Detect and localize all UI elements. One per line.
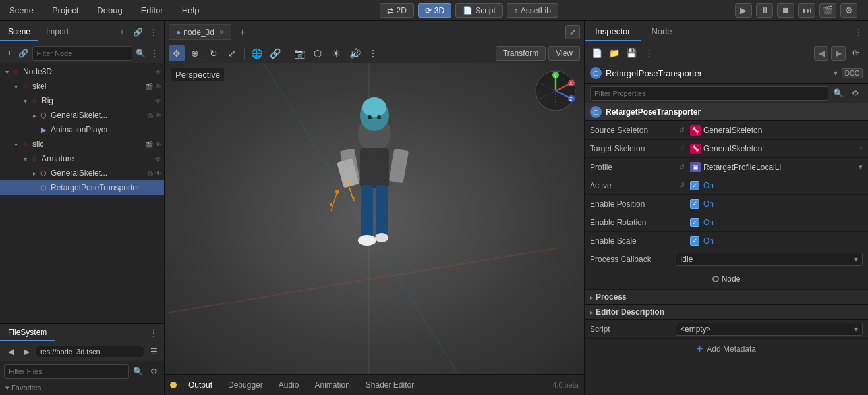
enable-scale-mark[interactable]: ✓ <box>690 236 699 246</box>
target-skeleton-action[interactable]: ↑ <box>859 145 863 153</box>
section-process[interactable]: ▸ Process <box>585 290 868 305</box>
tree-item-rig[interactable]: ▾ ○ Rig 👁 <box>0 93 164 108</box>
enable-rotation-mark[interactable]: ✓ <box>690 218 699 227</box>
active-checkbox-mark[interactable]: ✓ <box>690 181 699 190</box>
tab-scene[interactable]: Scene <box>0 23 38 41</box>
pause-button[interactable]: ⏸ <box>756 3 773 18</box>
prop-reset-profile[interactable]: ↺ <box>676 161 687 173</box>
add-node-button[interactable]: + <box>115 26 129 39</box>
profile-dropdown-arrow[interactable]: ▾ <box>859 163 863 171</box>
prop-reset-active[interactable]: ↺ <box>676 180 687 192</box>
filter-node-input[interactable] <box>32 46 132 61</box>
tab-node[interactable]: Node <box>641 22 682 41</box>
inspector-nav-prev[interactable]: ◀ <box>814 46 828 61</box>
add-viewport-tab-button[interactable]: + <box>235 25 250 40</box>
wireframe-button[interactable]: ⬡ <box>310 45 326 61</box>
inspector-menu-button[interactable]: ⋮ <box>855 28 863 37</box>
process-callback-dropdown[interactable]: Idle ▾ <box>676 253 863 266</box>
file-path-input[interactable] <box>36 346 144 357</box>
lighting-button[interactable]: ☀ <box>328 45 344 61</box>
inspector-history-button[interactable]: ⟳ <box>848 46 863 61</box>
inspector-save-icon[interactable]: 💾 <box>624 46 639 61</box>
mode-script-button[interactable]: 📄 Script <box>455 3 503 18</box>
filter-files-input[interactable] <box>4 364 129 379</box>
enable-position-checkbox[interactable]: ✓ On <box>690 199 714 209</box>
rotate-tool-button[interactable]: ↻ <box>206 45 221 61</box>
nav-back-button[interactable]: ◀ <box>4 345 17 358</box>
tree-item-skel[interactable]: ▾ ○ skel 🎬 👁 <box>0 79 164 93</box>
filter-config-icon[interactable]: ⚙ <box>848 86 863 101</box>
link-button[interactable]: 🔗 <box>131 26 144 39</box>
more-options-button[interactable]: ⋮ <box>365 45 381 61</box>
source-skeleton-action[interactable]: ↑ <box>859 126 863 134</box>
tab-inspector[interactable]: Inspector <box>585 22 641 41</box>
add-metadata-button[interactable]: + Add Metadata <box>585 339 868 359</box>
viewport-3d[interactable]: Perspective Y X <box>165 63 584 374</box>
menu-debug[interactable]: Debug <box>93 3 126 18</box>
move-tool-button[interactable]: ⊕ <box>187 45 203 61</box>
tab-audio[interactable]: Audio <box>272 378 306 392</box>
tree-item-armature[interactable]: ▾ ○ Armature 👁 <box>0 151 164 166</box>
audio-icon-button[interactable]: 🔊 <box>347 45 362 61</box>
mode-assetlib-button[interactable]: ↑ AssetLib <box>507 3 558 18</box>
inspector-options-icon[interactable]: ⋮ <box>641 46 656 61</box>
local-space-button[interactable]: 🌐 <box>248 45 264 61</box>
tree-item-genskel2[interactable]: ▸ ⬡ GeneralSkelet... % 👁 <box>0 166 164 180</box>
tab-animation[interactable]: Animation <box>308 378 356 392</box>
section-editor-desc[interactable]: ▸ Editor Description <box>585 305 868 320</box>
settings-button[interactable]: ⚙ <box>840 3 857 18</box>
maximize-viewport-button[interactable]: ⤢ <box>565 25 580 40</box>
filter-search-icon[interactable]: 🔍 <box>831 86 846 101</box>
movie-button[interactable]: 🎬 <box>819 3 836 18</box>
inspector-folder-icon[interactable]: 📁 <box>607 46 622 61</box>
active-checkbox[interactable]: ✓ On <box>690 181 714 190</box>
tab-output[interactable]: Output <box>182 378 219 392</box>
menu-editor[interactable]: Editor <box>137 3 167 18</box>
tree-item-genskel1[interactable]: ▸ ⬡ GeneralSkelet... % 👁 <box>0 108 164 122</box>
component-expand-button[interactable]: ▾ <box>834 68 838 78</box>
enable-position-mark[interactable]: ✓ <box>690 199 699 209</box>
camera-button[interactable]: 📷 <box>291 45 307 61</box>
filter-properties-input[interactable] <box>590 86 828 101</box>
nav-forward-button[interactable]: ▶ <box>20 345 33 358</box>
stop-button[interactable]: ⏹ <box>777 3 794 18</box>
menu-scene[interactable]: Scene <box>5 3 38 18</box>
transform-button[interactable]: Transform <box>496 46 546 61</box>
script-dropdown[interactable]: <empty> ▾ <box>676 323 863 336</box>
tab-filesystem[interactable]: FileSystem <box>0 325 55 341</box>
filter-options-button[interactable]: ⋮ <box>149 47 160 60</box>
scene-menu-button[interactable]: ⋮ <box>147 26 160 39</box>
snap-button[interactable]: 🔗 <box>267 45 283 61</box>
node-button[interactable]: Node <box>705 272 749 286</box>
filter-files-search-icon[interactable]: 🔍 <box>131 365 144 378</box>
mode-3d-button[interactable]: ⟳ 3D <box>418 3 451 18</box>
tab-debugger[interactable]: Debugger <box>221 378 270 392</box>
instance-button[interactable]: 🔗 <box>18 47 29 60</box>
menu-help[interactable]: Help <box>178 3 204 18</box>
add-node-small-button[interactable]: + <box>4 47 15 60</box>
tab-shader-editor[interactable]: Shader Editor <box>359 378 420 392</box>
prop-reset-source-skeleton[interactable]: ↺ <box>676 124 687 136</box>
menu-project[interactable]: Project <box>48 3 82 18</box>
close-tab-button[interactable]: × <box>219 28 224 37</box>
inspector-file-icon[interactable]: 📄 <box>590 46 604 61</box>
file-list-button[interactable]: ☰ <box>147 345 160 358</box>
mode-2d-button[interactable]: ⇄ 2D <box>380 3 413 18</box>
select-tool-button[interactable]: ✥ <box>169 45 185 61</box>
scale-tool-button[interactable]: ⤢ <box>224 45 240 61</box>
tree-item-animplayer[interactable]: ▶ AnimationPlayer <box>0 122 164 137</box>
step-button[interactable]: ⏭ <box>798 3 815 18</box>
viewport-tab-node3d[interactable]: ● node_3d × <box>169 24 231 40</box>
search-icon[interactable]: 🔍 <box>135 47 146 60</box>
enable-scale-checkbox[interactable]: ✓ On <box>690 236 714 246</box>
view-button[interactable]: View <box>548 46 580 61</box>
filter-files-options-button[interactable]: ⚙ <box>147 365 160 378</box>
doc-button[interactable]: DOC <box>842 68 863 78</box>
tree-item-retarget[interactable]: ⬡ RetargetPoseTransporter <box>0 180 164 195</box>
enable-rotation-checkbox[interactable]: ✓ On <box>690 218 714 227</box>
tree-item-silc[interactable]: ▾ ○ silc 🎬 👁 <box>0 137 164 151</box>
filesystem-menu-button[interactable]: ⋮ <box>147 327 160 340</box>
tab-import[interactable]: Import <box>38 23 76 41</box>
play-button[interactable]: ▶ <box>735 3 752 18</box>
inspector-nav-next[interactable]: ▶ <box>831 46 846 61</box>
